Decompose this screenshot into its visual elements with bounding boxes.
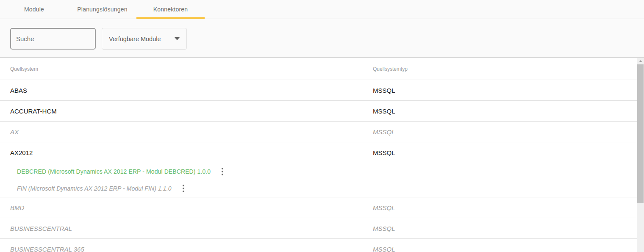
table-row-accurat-hcm[interactable]: ACCURAT-HCM MSSQL	[0, 101, 637, 122]
scrollbar-up-icon[interactable]	[637, 58, 644, 64]
quellsystemtyp-cell: MSSQL	[373, 225, 637, 232]
vertical-scrollbar[interactable]	[637, 58, 644, 252]
module-filter-value: Verfügbare Module	[109, 36, 161, 42]
quellsystemtyp-cell: MSSQL	[373, 108, 637, 115]
chevron-down-icon	[175, 37, 180, 40]
tab-module[interactable]: Module	[0, 0, 68, 19]
connector-table-container: Quellsystem Quellsystemtyp ABAS MSSQL AC…	[0, 58, 644, 252]
more-vert-icon[interactable]	[181, 183, 186, 194]
table-row-businesscentral[interactable]: BUSINESSCENTRAL MSSQL	[0, 218, 637, 239]
quellsystemtyp-cell: MSSQL	[373, 87, 637, 94]
quellsystemtyp-cell: MSSQL	[373, 204, 637, 211]
column-header-quellsystem: Quellsystem	[0, 66, 373, 72]
tab-konnektoren[interactable]: Konnektoren	[136, 0, 205, 19]
filter-bar: Verfügbare Module	[0, 19, 644, 58]
tab-planungsloesungen[interactable]: Planungslösungen	[68, 0, 136, 19]
column-header-quellsystemtyp: Quellsystemtyp	[373, 66, 637, 72]
quellsystem-cell: ACCURAT-HCM	[0, 108, 373, 115]
table-row-bmd[interactable]: BMD MSSQL	[0, 197, 637, 218]
search-input[interactable]	[10, 28, 96, 50]
table-row-ax2012[interactable]: AX2012 MSSQL	[0, 142, 637, 163]
scrollbar-thumb[interactable]	[637, 64, 644, 203]
table-row-abas[interactable]: ABAS MSSQL	[0, 80, 637, 101]
quellsystem-cell: BMD	[0, 204, 373, 211]
connector-label: FIN (Microsoft Dynamics AX 2012 ERP - Mo…	[17, 185, 172, 192]
module-filter-select[interactable]: Verfügbare Module	[102, 28, 187, 50]
connector-label: DEBCRED (Microsoft Dynamics AX 2012 ERP …	[17, 168, 211, 175]
quellsystemtyp-cell: MSSQL	[373, 128, 637, 136]
konnektoren-table: Quellsystem Quellsystemtyp ABAS MSSQL AC…	[0, 58, 637, 252]
table-row-ax[interactable]: AX MSSQL	[0, 122, 637, 142]
table-row-ax2012-expanded: AX2012 MSSQL DEBCRED (Microsoft Dynamics…	[0, 142, 637, 197]
quellsystem-cell: AX	[0, 128, 373, 136]
quellsystem-cell: AX2012	[0, 149, 373, 156]
quellsystem-cell: ABAS	[0, 87, 373, 94]
more-vert-icon[interactable]	[220, 166, 225, 177]
quellsystem-cell: BUSINESSCENTRAL 365	[0, 246, 373, 252]
connector-row-debcred: DEBCRED (Microsoft Dynamics AX 2012 ERP …	[0, 163, 637, 180]
tab-bar: Module Planungslösungen Konnektoren	[0, 0, 644, 19]
konnektoren-page: Module Planungslösungen Konnektoren Verf…	[0, 0, 644, 252]
table-row-businesscentral-365[interactable]: BUSINESSCENTRAL 365 MSSQL	[0, 239, 637, 252]
quellsystemtyp-cell: MSSQL	[373, 149, 637, 156]
quellsystem-cell: BUSINESSCENTRAL	[0, 225, 373, 232]
quellsystemtyp-cell: MSSQL	[373, 246, 637, 252]
table-header-row: Quellsystem Quellsystemtyp	[0, 58, 637, 80]
connector-row-fin: FIN (Microsoft Dynamics AX 2012 ERP - Mo…	[0, 180, 637, 197]
